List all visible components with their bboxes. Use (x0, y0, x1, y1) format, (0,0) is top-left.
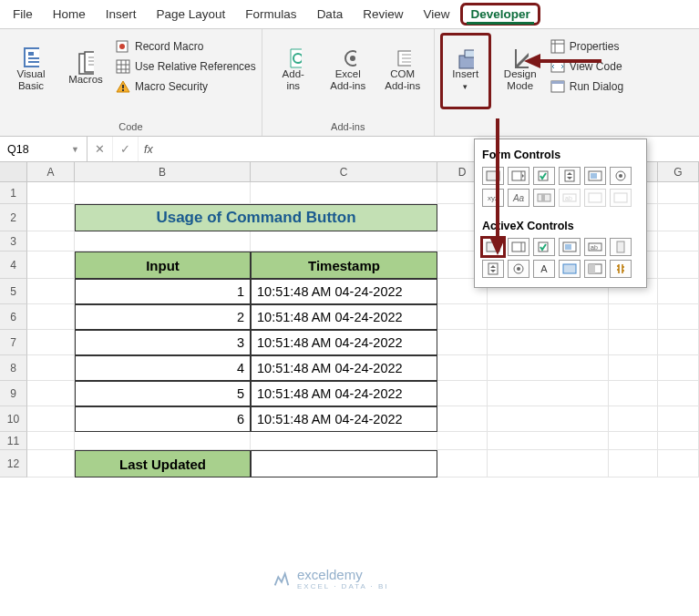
cell[interactable] (658, 182, 699, 204)
cell[interactable] (488, 450, 609, 477)
cell[interactable] (437, 450, 488, 477)
cell[interactable] (27, 330, 75, 355)
col-header[interactable]: G (658, 162, 699, 181)
table-cell-input[interactable]: 1 (75, 279, 251, 304)
cell[interactable] (437, 304, 488, 330)
cell[interactable] (658, 304, 699, 330)
form-label[interactable]: Aa (508, 189, 529, 207)
tab-home[interactable]: Home (44, 3, 95, 26)
table-cell-timestamp[interactable]: 10:51:48 AM 04-24-2022 (251, 304, 437, 330)
cell[interactable] (658, 330, 699, 355)
row-header[interactable]: 8 (0, 355, 27, 381)
activex-label[interactable]: A (533, 260, 555, 278)
cell[interactable] (658, 279, 699, 304)
cell[interactable] (658, 204, 699, 231)
row-header[interactable]: 3 (0, 231, 27, 252)
tab-developer[interactable]: Developer (460, 3, 540, 26)
tab-insert[interactable]: Insert (97, 3, 146, 26)
cell[interactable] (75, 231, 251, 252)
col-header[interactable]: B (75, 162, 251, 181)
cell[interactable] (609, 381, 658, 406)
excel-addins-button[interactable]: Excel Add-ins (323, 33, 374, 109)
cell[interactable] (609, 355, 658, 381)
cell[interactable] (251, 182, 437, 204)
cell[interactable] (609, 432, 658, 450)
table-cell-input[interactable]: 6 (75, 406, 251, 432)
cell[interactable] (658, 355, 699, 381)
row-header[interactable]: 4 (0, 252, 27, 279)
cell[interactable] (658, 381, 699, 406)
cell[interactable] (27, 406, 75, 432)
cell[interactable] (609, 450, 658, 477)
cell[interactable] (658, 406, 699, 432)
cell[interactable] (75, 182, 251, 204)
table-cell-timestamp[interactable]: 10:51:48 AM 04-24-2022 (251, 330, 437, 355)
activex-listbox[interactable] (559, 238, 581, 256)
table-cell-input[interactable]: 3 (75, 330, 251, 355)
form-scrollbar[interactable] (533, 189, 555, 207)
row-header[interactable]: 5 (0, 279, 27, 304)
activex-spin[interactable] (482, 260, 504, 278)
row-header[interactable]: 11 (0, 432, 27, 450)
activex-scrollbar[interactable] (610, 238, 632, 256)
cell[interactable] (437, 406, 488, 432)
cell[interactable] (658, 252, 699, 279)
visual-basic-button[interactable]: Visual Basic (5, 33, 57, 109)
row-header[interactable]: 2 (0, 204, 27, 231)
cell[interactable] (488, 381, 609, 406)
macros-button[interactable]: Macros (60, 33, 111, 109)
cell[interactable] (437, 330, 488, 355)
tab-file[interactable]: File (4, 3, 42, 26)
cell[interactable] (609, 330, 658, 355)
tab-formulas[interactable]: Formulas (236, 3, 305, 26)
cell[interactable] (27, 231, 75, 252)
form-combobox[interactable] (508, 167, 529, 185)
run-dialog-button[interactable]: Run Dialog (550, 77, 623, 97)
activex-textbox[interactable]: ab (584, 238, 606, 256)
cell[interactable] (27, 304, 75, 330)
col-header[interactable]: A (27, 162, 75, 181)
activex-toggle[interactable] (584, 260, 606, 278)
chevron-down-icon[interactable]: ▼ (71, 145, 79, 154)
form-checkbox[interactable] (533, 167, 555, 185)
table-cell-timestamp[interactable]: 10:51:48 AM 04-24-2022 (251, 279, 437, 304)
row-header[interactable]: 12 (0, 450, 27, 477)
form-spinner[interactable] (559, 167, 581, 185)
table-cell-timestamp[interactable]: 10:51:48 AM 04-24-2022 (251, 406, 437, 432)
cell[interactable] (609, 304, 658, 330)
activex-option[interactable] (508, 260, 529, 278)
row-header[interactable]: 9 (0, 381, 27, 406)
tab-review[interactable]: Review (354, 3, 412, 26)
cancel-button[interactable]: ✕ (87, 137, 113, 161)
fx-label[interactable]: fx (139, 143, 159, 156)
form-option[interactable] (610, 167, 632, 185)
table-cell-timestamp[interactable]: 10:51:48 AM 04-24-2022 (251, 381, 437, 406)
cell[interactable] (658, 450, 699, 477)
record-macro-button[interactable]: Record Macro (115, 36, 256, 56)
cell[interactable] (27, 252, 75, 279)
cell[interactable] (27, 432, 75, 450)
row-header[interactable]: 7 (0, 330, 27, 355)
cell[interactable] (75, 432, 251, 450)
table-cell-input[interactable]: 2 (75, 304, 251, 330)
row-header[interactable]: 1 (0, 182, 27, 204)
cell[interactable] (437, 432, 488, 450)
com-addins-button[interactable]: COM Add-ins (377, 33, 428, 109)
activex-checkbox[interactable] (533, 238, 555, 256)
cell[interactable] (251, 231, 437, 252)
table-cell-timestamp[interactable]: 10:51:48 AM 04-24-2022 (251, 355, 437, 381)
tab-pagelayout[interactable]: Page Layout (148, 3, 235, 26)
row-header[interactable]: 10 (0, 406, 27, 432)
activex-image[interactable] (559, 260, 581, 278)
cell[interactable] (658, 432, 699, 450)
cell[interactable] (488, 432, 609, 450)
addins-button[interactable]: Add- ins (268, 33, 319, 109)
table-cell-input[interactable]: 5 (75, 381, 251, 406)
tab-view[interactable]: View (414, 3, 458, 26)
cell[interactable] (609, 406, 658, 432)
cell[interactable] (437, 355, 488, 381)
cell[interactable] (27, 204, 75, 231)
cell[interactable] (27, 450, 75, 477)
row-header[interactable]: 6 (0, 304, 27, 330)
table-cell-input[interactable]: 4 (75, 355, 251, 381)
